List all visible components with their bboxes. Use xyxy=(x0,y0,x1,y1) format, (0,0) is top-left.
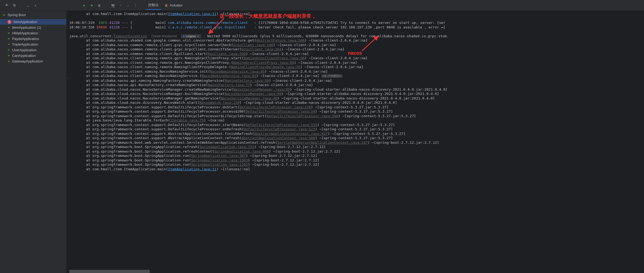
sidebar: ❧ Spring Boot !ItemApplication❧ItemAppli… xyxy=(0,11,67,273)
new-window-icon[interactable] xyxy=(11,2,18,9)
source-link[interactable]: SpringApplication.java:307 xyxy=(191,154,246,158)
sidebar-item-label: TradeApplication xyxy=(12,42,38,46)
source-link[interactable]: NamingGrpcClientProxy.java:89 xyxy=(233,61,294,65)
sidebar-item-label: ItemApplication (1) xyxy=(12,25,41,29)
spring-leaf-icon: ❧ xyxy=(8,31,10,35)
source-link[interactable]: SpringApplication.java:408 xyxy=(214,149,269,153)
sidebar-item-label: CartApplication xyxy=(12,54,36,58)
debug-icon[interactable] xyxy=(88,2,95,9)
sidebar-item-itemapplication[interactable]: !ItemApplication xyxy=(0,19,66,25)
tab-console[interactable]: 控制台 xyxy=(145,1,161,10)
sidebar-item-label: HMallApplication xyxy=(12,31,38,35)
spring-leaf-icon: ❧ xyxy=(8,54,10,57)
close-icon[interactable] xyxy=(32,2,39,9)
camera-icon[interactable] xyxy=(110,2,117,9)
exception-link[interactable]: TimeoutException xyxy=(113,34,147,38)
spring-leaf-icon: ❧ xyxy=(8,26,10,29)
source-link[interactable]: DefaultLifecycleProcessor.java:178 xyxy=(239,105,311,109)
sidebar-item-label: PaydeApplication xyxy=(12,37,39,41)
source-link[interactable]: Iterable.java:75 xyxy=(170,118,204,122)
toolbar: 控制台 ◐ Actuator xyxy=(0,0,644,11)
sidebar-item-label: GatewayApplication xyxy=(12,59,43,63)
console-output[interactable]: › at com.hmall.item.ItemApplication.main… xyxy=(67,11,644,273)
chevron-down-icon[interactable] xyxy=(24,2,31,9)
source-link[interactable]: DefaultLifecycleProcessor.java:123 xyxy=(244,127,315,131)
sidebar-header[interactable]: ❧ Spring Boot xyxy=(0,11,66,19)
source-link[interactable]: NamingClientProxyDelegate.java:76 xyxy=(231,65,300,69)
create-breakpoint[interactable]: Create breakpoint xyxy=(151,34,177,38)
stop-icon[interactable] xyxy=(96,2,103,9)
lingma-badge[interactable]: ✦ Lingma → xyxy=(181,34,201,38)
source-link[interactable]: NamingGrpcClientProxy.java:96 xyxy=(244,56,305,60)
sidebar-item-paydeapplication[interactable]: ❧PaydeApplication xyxy=(0,36,66,42)
sidebar-item-cartapplication[interactable]: ❧CartApplication xyxy=(0,53,66,58)
sidebar-item-itemapplication-1-[interactable]: ❧ItemApplication (1) xyxy=(0,25,66,30)
source-link[interactable]: NamingFactory.java:59 xyxy=(225,79,269,83)
source-link[interactable]: DefaultLifecycleProcessor.java:155 xyxy=(246,123,317,127)
separator xyxy=(21,3,21,8)
source-link[interactable]: NacosNamingService.java:95 xyxy=(210,69,265,73)
source-link[interactable]: NacosNamingService.java:81 xyxy=(202,74,256,78)
source-link[interactable]: SpringApplication.java:731 xyxy=(199,145,254,149)
view-icon[interactable] xyxy=(3,2,10,9)
tab-actuator[interactable]: ◐ Actuator xyxy=(162,2,185,9)
source-link[interactable]: DefaultLifecycleProcessor.java:356 xyxy=(267,114,338,118)
more-icon[interactable] xyxy=(132,2,139,9)
sidebar-item-hmallapplication[interactable]: ❧HMallApplication xyxy=(0,30,66,36)
source-link[interactable]: RpcClient.java:390 xyxy=(208,52,246,56)
source-link[interactable]: SpringApplication.java:1303 xyxy=(191,158,248,162)
spring-leaf-icon: ❧ xyxy=(8,48,10,52)
actuator-icon: ◐ xyxy=(165,3,168,7)
spring-leaf-icon: ❧ xyxy=(8,60,10,63)
separator xyxy=(106,3,106,8)
sidebar-item-label: UserApplication xyxy=(12,48,37,52)
source-link[interactable]: AbstractApplicationContext.java:937 xyxy=(254,132,328,136)
source-link[interactable]: NacosWatch.java:130 xyxy=(199,101,239,105)
sidebar-item-userapplication[interactable]: ❧UserApplication xyxy=(0,47,66,53)
error-icon: ! xyxy=(8,20,11,24)
source-link[interactable]: GrpcClient.java:148 xyxy=(233,43,273,47)
source-link[interactable]: AbstractApplicationContext.java:586 xyxy=(242,136,315,140)
source-link[interactable]: SpringApplication.java:1292 xyxy=(191,163,248,167)
source-link[interactable]: DefaultLifecycleProcessor.java:54 xyxy=(246,109,315,113)
source-link[interactable]: NacosServiceManager.java:46 xyxy=(221,96,277,100)
spring-leaf-icon: ❧ xyxy=(8,43,10,46)
horizontal-scrollbar[interactable] xyxy=(69,270,150,273)
run-icon[interactable] xyxy=(81,2,88,9)
source-link[interactable]: AbstractFuture.java:508 xyxy=(256,38,305,42)
spring-leaf-icon: ❧ xyxy=(3,13,5,17)
sidebar-item-tradeapplication[interactable]: ❧TradeApplication xyxy=(0,42,66,47)
source-link[interactable]: ServletWebServerApplicationContext.java:… xyxy=(277,141,368,145)
source-link[interactable]: ItemApplication.java:11 xyxy=(168,12,216,16)
sidebar-item-gatewayapplication[interactable]: ❧GatewayApplication xyxy=(0,58,66,64)
sidebar-item-label: ItemApplication xyxy=(13,20,37,24)
source-link[interactable]: NacosServiceManager.java:90 xyxy=(225,92,281,96)
fold-badge[interactable]: <4 个内部行> xyxy=(321,74,343,78)
profile-icon[interactable] xyxy=(125,2,132,9)
source-link[interactable]: ItemApplication.java:11 xyxy=(168,167,216,171)
source-link[interactable]: NacosFactory.java:77 xyxy=(208,83,250,87)
source-link[interactable]: GrpcClient.java:264 xyxy=(242,47,282,51)
fold-chevron-icon[interactable]: › xyxy=(67,76,70,79)
source-link[interactable]: NacosServiceManager.java:99 xyxy=(233,87,290,91)
exit-icon[interactable] xyxy=(117,2,124,9)
spring-leaf-icon: ❧ xyxy=(8,37,10,40)
